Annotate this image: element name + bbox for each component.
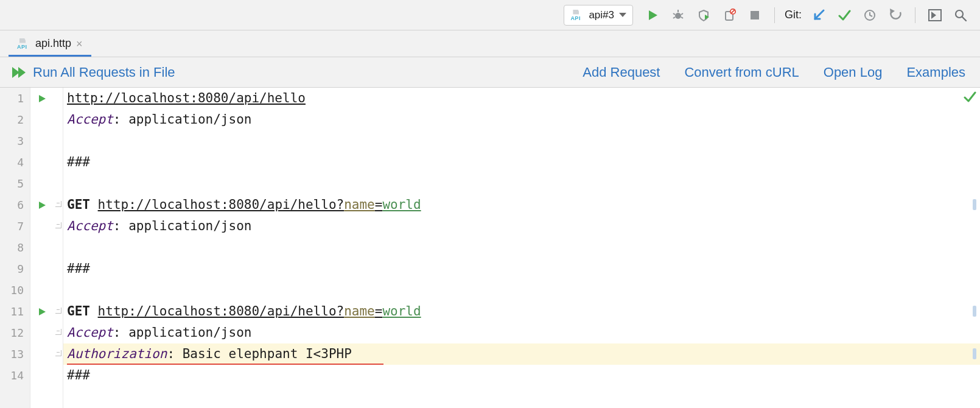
api-file-icon — [17, 38, 30, 49]
code-line[interactable] — [63, 237, 980, 258]
gutter-blank — [54, 365, 63, 386]
git-commit-icon — [838, 9, 851, 22]
line-number: 8 — [0, 237, 30, 258]
code-line[interactable] — [63, 130, 980, 152]
profile-button[interactable] — [718, 4, 740, 26]
line-number: 10 — [0, 280, 30, 301]
svg-marker-21 — [18, 67, 26, 78]
line-number: 6 — [0, 194, 30, 216]
gutter-blank — [30, 173, 54, 194]
git-pull-icon — [812, 9, 825, 22]
editor-tabs: api.http × — [0, 30, 980, 57]
line-number: 12 — [0, 322, 30, 343]
gutter-run-markers — [30, 88, 54, 408]
search-everywhere-button[interactable] — [950, 4, 971, 26]
run-all-icon — [11, 66, 27, 79]
line-number: 14 — [0, 365, 30, 386]
line-number: 9 — [0, 258, 30, 280]
code-line[interactable]: Accept: application/json — [63, 109, 980, 130]
debug-button[interactable] — [667, 4, 689, 26]
file-tab-active[interactable]: api.http × — [9, 32, 91, 57]
terminal-button[interactable] — [924, 4, 946, 26]
code-line[interactable]: ### — [63, 365, 980, 386]
code-line[interactable]: ### — [63, 152, 980, 173]
fold-marker[interactable] — [54, 301, 63, 322]
code-line[interactable] — [63, 280, 980, 301]
line-number: 2 — [0, 109, 30, 130]
svg-marker-17 — [931, 12, 936, 19]
error-underline — [67, 364, 383, 365]
code-line[interactable]: ### — [63, 258, 980, 280]
code-line[interactable]: Accept: application/json — [63, 322, 980, 343]
svg-marker-0 — [649, 10, 657, 20]
git-history-button[interactable] — [859, 4, 881, 26]
gutter-blank — [54, 258, 63, 280]
terminal-icon — [928, 9, 942, 21]
stop-button[interactable] — [744, 4, 766, 26]
line-number: 1 — [0, 88, 30, 109]
git-commit-button[interactable] — [833, 4, 855, 26]
svg-marker-24 — [39, 308, 46, 315]
http-toolbar: Run All Requests in File Add Request Con… — [0, 57, 980, 88]
gutter-blank — [30, 109, 54, 130]
fold-marker[interactable] — [54, 322, 63, 343]
gutter-blank — [30, 258, 54, 280]
git-update-button[interactable] — [808, 4, 830, 26]
line-number: 3 — [0, 130, 30, 152]
line-number: 5 — [0, 173, 30, 194]
line-number: 11 — [0, 301, 30, 322]
check-icon — [963, 90, 976, 104]
toolbar-separator — [774, 7, 775, 23]
gutter-run-request[interactable] — [30, 194, 54, 216]
stop-icon — [749, 10, 760, 21]
fold-marker[interactable] — [54, 194, 63, 216]
fold-marker[interactable] — [54, 343, 63, 365]
main-toolbar: api#3 Git: — [0, 0, 980, 30]
code-editor[interactable]: 1234567891011121314 http://localhost:808… — [0, 88, 980, 408]
code-area[interactable]: http://localhost:8080/api/helloAccept: a… — [63, 88, 980, 408]
gutter-run-request[interactable] — [30, 88, 54, 109]
gutter-blank — [30, 365, 54, 386]
add-request-link[interactable]: Add Request — [583, 65, 660, 80]
file-tab-label: api.http — [35, 37, 71, 50]
gutter-blank — [54, 173, 63, 194]
coverage-button[interactable] — [693, 4, 715, 26]
profile-icon — [723, 9, 736, 22]
close-icon[interactable]: × — [76, 38, 83, 49]
run-all-link[interactable]: Run All Requests in File — [33, 65, 175, 80]
gutter-blank — [54, 237, 63, 258]
convert-curl-link[interactable]: Convert from cURL — [684, 65, 799, 80]
code-line[interactable]: http://localhost:8080/api/hello — [63, 88, 980, 109]
line-number: 7 — [0, 216, 30, 237]
toolbar-separator — [915, 7, 915, 23]
svg-line-13 — [815, 10, 824, 19]
gutter-blank — [54, 88, 63, 109]
svg-line-5 — [673, 17, 675, 18]
code-line[interactable] — [63, 173, 980, 194]
code-line[interactable]: Authorization: Basic elephpant I<3PHP — [63, 343, 980, 365]
line-number: 13 — [0, 343, 30, 365]
gutter-blank — [30, 216, 54, 237]
gutter-blank — [54, 152, 63, 173]
inline-hint-marker — [973, 348, 976, 359]
git-history-icon — [863, 9, 877, 22]
open-log-link[interactable]: Open Log — [824, 65, 883, 80]
gutter-run-request[interactable] — [30, 301, 54, 322]
chevron-down-icon — [619, 13, 626, 17]
run-config-selector[interactable]: api#3 — [564, 5, 633, 26]
debug-icon — [671, 9, 685, 22]
run-button[interactable] — [642, 4, 663, 26]
git-rollback-button[interactable] — [884, 4, 906, 26]
svg-rect-12 — [751, 11, 759, 19]
coverage-icon — [697, 9, 710, 22]
run-config-label: api#3 — [589, 9, 614, 21]
examples-link[interactable]: Examples — [906, 65, 965, 80]
svg-line-19 — [962, 17, 966, 21]
gutter-blank — [30, 322, 54, 343]
code-line[interactable]: Accept: application/json — [63, 216, 980, 237]
code-line[interactable]: GET http://localhost:8080/api/hello?name… — [63, 194, 980, 216]
gutter-blank — [30, 343, 54, 365]
git-revert-icon — [888, 9, 903, 22]
fold-marker[interactable] — [54, 216, 63, 237]
code-line[interactable]: GET http://localhost:8080/api/hello?name… — [63, 301, 980, 322]
